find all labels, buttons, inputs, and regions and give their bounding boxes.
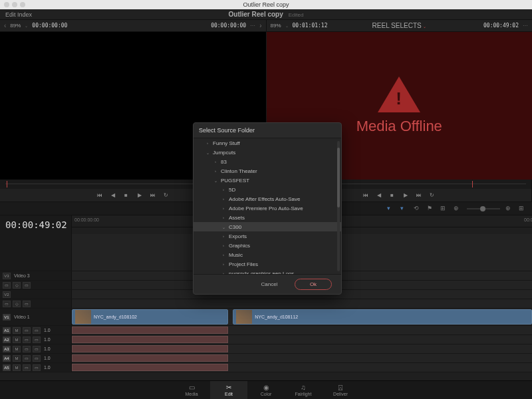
audio-clip[interactable] (72, 345, 228, 352)
track-header-a5[interactable]: A5 M ▭ ▭ 1.0 (0, 363, 72, 372)
page-tab-fairlight[interactable]: ♫ Fairlight (285, 381, 322, 400)
chevron-right-icon[interactable]: › (221, 271, 225, 274)
dialog-scrollbar[interactable] (337, 141, 340, 271)
audio-track-content[interactable] (72, 344, 532, 353)
audio-track-content[interactable] (72, 363, 532, 372)
blade-tool-icon[interactable]: ▾ (400, 205, 408, 213)
mute-button[interactable]: M (13, 327, 21, 334)
track-header-a1[interactable]: A1 M ▭ ▭ 1.0 (0, 326, 72, 334)
track-header-a4[interactable]: A4 M ▭ ▭ 1.0 (0, 354, 72, 362)
stop-icon[interactable]: ■ (123, 192, 130, 199)
page-tab-color[interactable]: ◉ Color (247, 381, 285, 400)
folder-tree-item[interactable]: › Adobe After Effects Auto-Save (194, 194, 341, 203)
folder-tree-item[interactable]: › Graphics (194, 241, 341, 250)
jump-end-icon[interactable]: ⏭ (416, 192, 422, 199)
source-zoom[interactable]: 89% (10, 23, 21, 29)
zoom-fit-icon[interactable]: ⊕ (505, 205, 513, 213)
current-timecode[interactable]: 00:00:49:02 (5, 219, 66, 230)
folder-tree-item[interactable]: › Clinton Theater (194, 166, 341, 176)
chevron-down-icon[interactable]: ⌄ (213, 178, 217, 183)
selection-tool-icon[interactable]: ▾ (387, 205, 395, 213)
folder-tree-item[interactable]: › Funny Stuff (194, 138, 341, 148)
track-dest-button[interactable]: V1 (3, 314, 11, 321)
video-clip[interactable]: NYC_andy_d108102 (72, 309, 228, 325)
video-clip[interactable]: NYC_andy_d108112 (233, 309, 532, 325)
folder-tree-item[interactable]: › 5D (194, 185, 341, 194)
track-content[interactable] (72, 299, 532, 308)
track-header-v3[interactable]: V3 Video 3 (0, 271, 72, 280)
track-enable-icon[interactable]: ◇ (13, 282, 21, 289)
audio-clip[interactable] (72, 364, 228, 371)
mute-button[interactable]: M (13, 364, 21, 371)
solo-button[interactable]: ▭ (23, 327, 31, 334)
folder-tree-item[interactable]: › Adobe Premiere Pro Auto-Save (194, 203, 341, 213)
track-dest-button[interactable]: V2 (3, 291, 11, 298)
audio-clip[interactable] (72, 336, 228, 343)
marker-icon[interactable]: ⊕ (454, 205, 462, 213)
program-options-icon[interactable]: ⋯ (523, 23, 528, 29)
solo-button[interactable]: ▭ (23, 355, 31, 362)
track-header-v1[interactable]: V1 Video 1 (0, 309, 72, 325)
arm-button[interactable]: ▭ (33, 346, 41, 352)
arm-button[interactable]: ▭ (33, 355, 41, 362)
track-dest-button[interactable]: A3 (3, 346, 11, 352)
jump-start-icon[interactable]: ⏮ (362, 192, 369, 199)
track-controls[interactable]: ▭ ◇ ▭ (0, 281, 72, 289)
solo-button[interactable]: ▭ (23, 346, 31, 352)
chevron-right-icon[interactable]: › (213, 169, 217, 173)
track-v1-content[interactable]: NYC_andy_d108102 NYC_andy_d108112 NYC_an… (72, 309, 532, 325)
audio-track-content[interactable] (72, 326, 532, 334)
folder-tree[interactable]: › Funny Stuff ⌄ Jumpcuts › 83 › Clinton … (194, 138, 341, 274)
step-back-icon[interactable]: ◀ (110, 192, 116, 199)
folder-tree-item[interactable]: ⌄ C300 (194, 222, 341, 231)
track-lock-icon[interactable]: ▭ (3, 301, 11, 307)
track-mute-icon[interactable]: ▭ (23, 282, 31, 289)
track-header-a2[interactable]: A2 M ▭ ▭ 1.0 (0, 335, 72, 344)
track-enable-icon[interactable]: ◇ (13, 301, 21, 307)
chevron-right-icon[interactable]: › (259, 22, 261, 29)
track-mute-icon[interactable]: ▭ (23, 301, 31, 307)
chevron-right-icon[interactable]: › (221, 234, 225, 238)
track-lock-icon[interactable]: ▭ (3, 282, 11, 289)
audio-clip[interactable] (72, 354, 228, 362)
source-options-icon[interactable]: ⋯ (250, 23, 255, 29)
chevron-right-icon[interactable]: › (221, 215, 225, 219)
page-tab-media[interactable]: ▭ Media (173, 381, 210, 400)
zoom-slider[interactable] (467, 208, 500, 209)
customize-icon[interactable]: ⊞ (519, 205, 527, 213)
timeline-selector[interactable]: REEL SELECTS (372, 22, 422, 29)
track-header-a3[interactable]: A3 M ▭ ▭ 1.0 (0, 344, 72, 353)
folder-tree-item[interactable]: ⌄ Jumpcuts (194, 148, 341, 157)
jump-end-icon[interactable]: ⏭ (150, 192, 156, 199)
folder-tree-item[interactable]: › Project Files (194, 259, 341, 269)
audio-clip[interactable] (72, 327, 228, 334)
chevron-down-icon[interactable]: ⌄ (221, 225, 225, 229)
folder-tree-item[interactable]: ⌄ PUGSFEST (194, 176, 341, 185)
solo-button[interactable]: ▭ (23, 336, 31, 343)
chevron-down-icon[interactable]: ⌄ (25, 23, 28, 28)
arm-button[interactable]: ▭ (33, 336, 41, 343)
track-controls[interactable]: ▭ ◇ ▭ (0, 299, 72, 308)
audio-track-content[interactable] (72, 335, 532, 344)
track-dest-button[interactable]: A1 (3, 327, 11, 334)
folder-tree-item[interactable]: › Music (194, 250, 341, 259)
folder-tree-item[interactable]: › 83 (194, 157, 341, 166)
chevron-down-icon[interactable]: ⌄ (285, 23, 289, 28)
edit-index-button[interactable]: Edit Index (5, 11, 32, 18)
page-tab-deliver[interactable]: ⍓ Deliver (322, 381, 359, 400)
flag-icon[interactable]: ⚑ (427, 205, 435, 213)
program-zoom[interactable]: 89% (271, 23, 281, 29)
solo-button[interactable]: ▭ (23, 364, 31, 371)
folder-tree-item[interactable]: › Assets (194, 213, 341, 222)
chevron-right-icon[interactable]: › (221, 253, 225, 257)
chevron-right-icon[interactable]: › (221, 188, 225, 192)
audio-track-content[interactable] (72, 354, 532, 362)
snap-icon[interactable]: ⊞ (440, 205, 448, 213)
play-icon[interactable]: ▶ (402, 192, 409, 199)
link-icon[interactable]: ⟲ (414, 205, 422, 213)
chevron-right-icon[interactable]: › (221, 197, 225, 201)
chevron-right-icon[interactable]: › (213, 160, 217, 164)
jump-start-icon[interactable]: ⏮ (96, 192, 103, 199)
track-dest-button[interactable]: A2 (3, 336, 11, 343)
loop-icon[interactable]: ↻ (429, 192, 436, 199)
